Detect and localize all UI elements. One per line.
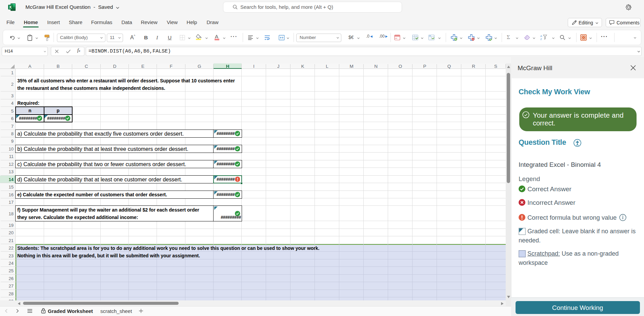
svg-text:X: X	[9, 5, 12, 9]
svg-text:Z: Z	[540, 38, 542, 40]
svg-text:A: A	[540, 35, 542, 38]
